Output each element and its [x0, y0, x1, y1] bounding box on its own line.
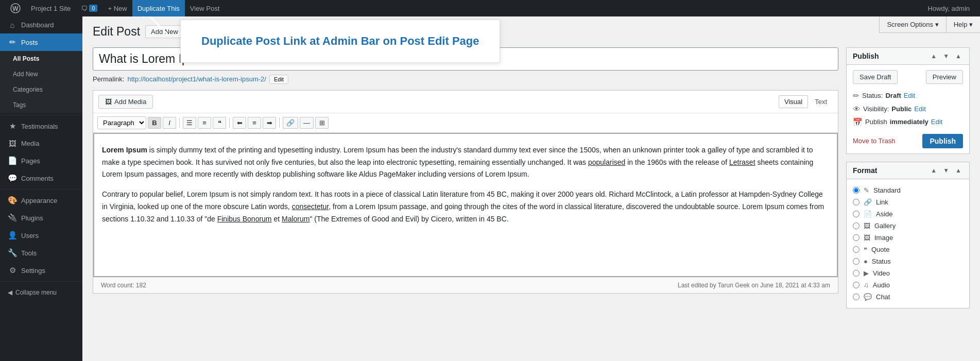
- format-box-up[interactable]: ▲: [929, 167, 938, 174]
- bold-button[interactable]: B: [148, 117, 161, 129]
- view-post-bar[interactable]: View Post: [185, 0, 225, 16]
- permalink-label: Permalink:: [93, 75, 124, 83]
- sidebar-item-tags[interactable]: Tags: [0, 97, 82, 113]
- publish-box-toggle[interactable]: ▲: [954, 53, 963, 60]
- sidebar-item-testimonials[interactable]: ★ Testimonials: [0, 117, 82, 135]
- wp-logo[interactable]: W: [5, 3, 26, 13]
- add-media-button[interactable]: 🖼 Add Media: [98, 95, 153, 109]
- publish-box-collapse-down[interactable]: ▼: [941, 53, 951, 60]
- permalink-edit-button[interactable]: Edit: [269, 75, 288, 84]
- side-column: Publish ▲ ▼ ▲ Save Draft Preview: [846, 47, 970, 316]
- list-item: 💬 Chat: [853, 291, 963, 303]
- ordered-list-button[interactable]: ≡: [198, 117, 211, 129]
- format-box-body: ✎ Standard 🔗 Link 📄 Asid: [847, 179, 969, 308]
- horizontal-rule-button[interactable]: —: [300, 117, 314, 129]
- format-select[interactable]: Paragraph Heading 1 Heading 2: [97, 116, 146, 129]
- align-right-button[interactable]: ➡: [263, 117, 276, 129]
- sidebar-item-tools[interactable]: 🔧 Tools: [0, 244, 82, 262]
- status-edit-link[interactable]: Edit: [904, 92, 915, 99]
- format-box-toggle[interactable]: ▲: [954, 167, 963, 174]
- collapse-icon: ◀: [8, 289, 12, 296]
- list-item: ❝ Quote: [853, 244, 963, 255]
- appearance-icon: 🎨: [8, 196, 17, 205]
- help-button[interactable]: Help ▾: [946, 16, 980, 33]
- publish-box-body: Save Draft Preview ✏ Status: Draft Edit …: [847, 65, 969, 153]
- sidebar-item-comments[interactable]: 💬 Comments: [0, 169, 82, 187]
- collapse-menu-button[interactable]: ◀ Collapse menu: [0, 284, 82, 301]
- standard-icon: ✎: [864, 186, 869, 194]
- editor-container: 🖼 Add Media Visual Text Paragraph Headin…: [93, 90, 838, 294]
- main-content: Edit Post Add New Permalink: http://loca…: [82, 16, 980, 361]
- publish-actions: Save Draft Preview: [853, 70, 963, 84]
- list-item: 🖼 Gallery: [853, 220, 963, 232]
- comments-icon: 💬: [8, 174, 17, 183]
- blockquote-button[interactable]: ❝: [213, 117, 226, 129]
- publish-button[interactable]: Publish: [922, 134, 963, 148]
- image-radio[interactable]: [853, 234, 859, 241]
- dashboard-icon: ⌂: [8, 21, 17, 29]
- quote-radio[interactable]: [853, 246, 859, 253]
- permalink-row: Permalink: http://localhost/project1/wha…: [93, 75, 838, 84]
- aside-radio[interactable]: [853, 211, 859, 217]
- sidebar-item-add-new[interactable]: Add New: [0, 66, 82, 82]
- visibility-edit-link[interactable]: Edit: [914, 105, 925, 113]
- status-radio[interactable]: [853, 258, 859, 265]
- permalink-url[interactable]: http://localhost/project1/what-is-lorem-…: [127, 75, 266, 83]
- list-item: 🔗 Link: [853, 196, 963, 208]
- link-button[interactable]: 🔗: [283, 117, 298, 129]
- site-name-bar[interactable]: Project 1 Site: [26, 0, 76, 16]
- video-radio[interactable]: [853, 270, 859, 277]
- editor-content[interactable]: Lorem Ipsum is simply dummy text of the …: [93, 133, 838, 277]
- add-new-button[interactable]: Add New: [145, 25, 184, 38]
- audio-icon: ♫: [864, 281, 869, 289]
- gallery-radio[interactable]: [853, 222, 859, 229]
- sidebar-item-categories[interactable]: Categories: [0, 82, 82, 97]
- save-draft-button[interactable]: Save Draft: [853, 70, 898, 84]
- tab-visual[interactable]: Visual: [779, 95, 808, 108]
- align-center-button[interactable]: ≡: [248, 117, 261, 129]
- publish-footer: Move to Trash Publish: [853, 134, 963, 148]
- sidebar-item-dashboard[interactable]: ⌂ Dashboard: [0, 16, 82, 33]
- unordered-list-button[interactable]: ☰: [183, 117, 196, 129]
- plugins-icon: 🔌: [8, 213, 17, 222]
- audio-radio[interactable]: [853, 282, 859, 288]
- format-box: Format ▲ ▼ ▲ ✎ Standard: [846, 162, 970, 308]
- link-format-icon: 🔗: [864, 198, 872, 206]
- post-title-input[interactable]: [93, 47, 838, 71]
- screen-options-bar: Screen Options ▾ Help ▾: [879, 16, 980, 33]
- move-to-trash-link[interactable]: Move to Trash: [853, 137, 895, 145]
- tools-icon: 🔧: [8, 248, 17, 257]
- format-box-header: Format ▲ ▼ ▲: [847, 162, 969, 179]
- sidebar-item-all-posts[interactable]: All Posts: [0, 51, 82, 66]
- sidebar-item-users[interactable]: 👤 Users: [0, 227, 82, 244]
- publish-box-header: Publish ▲ ▼ ▲: [847, 48, 969, 65]
- align-left-button[interactable]: ⬅: [233, 117, 246, 129]
- table-button[interactable]: ⊞: [315, 117, 329, 129]
- format-box-down[interactable]: ▼: [941, 167, 951, 174]
- link-radio[interactable]: [853, 199, 859, 205]
- image-format-icon: 🖼: [864, 234, 870, 242]
- word-count-label: Word count: 182: [101, 282, 146, 289]
- sidebar-item-plugins[interactable]: 🔌 Plugins: [0, 209, 82, 227]
- italic-button[interactable]: I: [163, 117, 176, 129]
- chat-radio[interactable]: [853, 294, 859, 300]
- sidebar-item-settings[interactable]: ⚙ Settings: [0, 262, 82, 279]
- publish-box-controls: ▲ ▼ ▲: [929, 53, 963, 60]
- preview-button[interactable]: Preview: [926, 70, 963, 84]
- sidebar-item-appearance[interactable]: 🎨 Appearance: [0, 192, 82, 209]
- comments-bar[interactable]: 🗨 0: [76, 0, 102, 16]
- video-icon: ▶: [864, 269, 869, 277]
- sidebar-item-posts[interactable]: ✏ Posts: [0, 33, 82, 51]
- sidebar-item-media[interactable]: 🖼 Media: [0, 135, 82, 152]
- new-bar[interactable]: + New: [102, 0, 132, 16]
- add-media-icon: 🖼: [105, 98, 112, 106]
- sidebar-item-pages[interactable]: 📄 Pages: [0, 152, 82, 169]
- publish-box-collapse-up[interactable]: ▲: [929, 53, 938, 60]
- settings-icon: ⚙: [8, 266, 17, 275]
- content-paragraph-1: Lorem Ipsum is simply dummy text of the …: [102, 144, 829, 181]
- screen-options-button[interactable]: Screen Options ▾: [879, 16, 945, 33]
- tab-text[interactable]: Text: [809, 95, 833, 108]
- duplicate-this-bar[interactable]: Duplicate This: [132, 0, 185, 16]
- standard-radio[interactable]: [853, 187, 859, 194]
- publish-time-edit-link[interactable]: Edit: [931, 118, 942, 126]
